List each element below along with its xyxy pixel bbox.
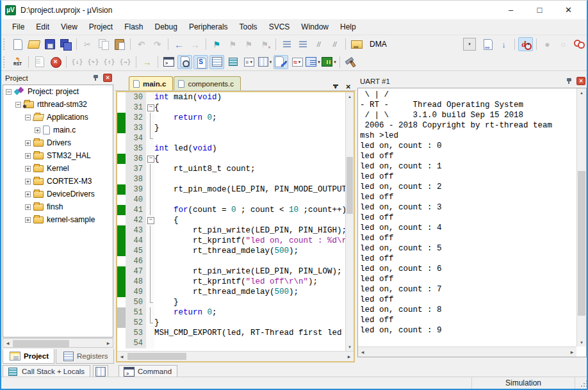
code-line[interactable]: 37 rt_uint8_t count; <box>117 164 345 174</box>
coverage-marker[interactable] <box>117 256 126 266</box>
coverage-marker[interactable] <box>117 184 126 195</box>
scroll-down-icon[interactable]: ▼ <box>346 343 354 351</box>
tree-item-kernel[interactable]: +Kernel <box>3 162 113 175</box>
code-line[interactable]: 45 rt_thread_mdelay(500); <box>117 246 345 256</box>
navigate-forward-button[interactable]: → <box>188 37 202 51</box>
tree-item-devicedrivers[interactable]: +DeviceDrivers <box>3 188 113 200</box>
menu-window[interactable]: Window <box>295 20 334 33</box>
collapse-icon[interactable]: − <box>25 115 31 120</box>
enable-breakpoint-button[interactable]: ○ <box>556 37 571 51</box>
menu-flash[interactable]: Flash <box>118 20 149 33</box>
comment-button[interactable]: // <box>311 37 326 51</box>
tree-item-kernel-sample[interactable]: +kernel-sample <box>3 213 113 226</box>
collapse-icon[interactable]: − <box>6 89 12 95</box>
system-viewer-button[interactable]: ▾ <box>306 55 320 69</box>
tree-item-project-project[interactable]: −Project: project <box>3 85 113 98</box>
uncomment-button[interactable]: // <box>327 37 342 51</box>
run-to-line-button[interactable]: {→} <box>118 55 133 69</box>
code-text[interactable]: { <box>154 215 345 225</box>
code-text[interactable]: rt_thread_mdelay(500); <box>154 246 345 256</box>
uart-hscrollbar[interactable]: ◀ ▶ <box>358 346 576 357</box>
start-stop-debug-button[interactable]: d▾ <box>518 37 533 51</box>
next-bookmark-button[interactable]: ⚑ <box>241 37 256 51</box>
menu-view[interactable]: View <box>55 20 83 33</box>
coverage-marker[interactable] <box>117 338 126 348</box>
tools-button[interactable]: ▾ <box>343 55 358 69</box>
coverage-marker[interactable] <box>117 328 126 338</box>
paste-button[interactable] <box>112 37 127 51</box>
cut-button[interactable]: ✂ <box>80 37 95 51</box>
redo-button[interactable]: ↷ <box>150 37 165 51</box>
coverage-marker[interactable] <box>117 123 126 133</box>
coverage-marker[interactable] <box>117 215 126 225</box>
coverage-marker[interactable] <box>117 113 126 123</box>
close-icon[interactable]: ✕ <box>103 74 112 82</box>
scroll-up-icon[interactable]: ▲ <box>577 88 586 97</box>
tree-item-finsh[interactable]: +finsh <box>3 200 113 213</box>
code-text[interactable]: rt_kprintf("led off\r\n"); <box>154 277 345 287</box>
show-next-statement-button[interactable]: → <box>140 55 154 69</box>
code-text[interactable]: } <box>154 318 345 328</box>
coverage-marker[interactable] <box>117 297 126 307</box>
minimize-button[interactable]: – <box>496 1 525 19</box>
expand-icon[interactable]: + <box>25 204 31 210</box>
watch-windows-button[interactable]: ≡▾ <box>241 55 256 69</box>
code-line[interactable]: 34 <box>117 133 345 143</box>
step-over-button[interactable]: {↷} <box>86 55 101 69</box>
coverage-marker[interactable] <box>117 266 126 277</box>
fold-toggle-icon[interactable] <box>146 102 154 113</box>
close-document-icon[interactable]: ✕ <box>346 83 351 90</box>
step-button[interactable]: {↓} <box>70 55 85 69</box>
clear-bookmarks-button[interactable]: ⚑ <box>257 37 272 51</box>
toolbar-grip[interactable] <box>3 38 7 50</box>
tree-item-main-c[interactable]: +main.c <box>3 124 113 136</box>
code-text[interactable] <box>154 174 345 184</box>
new-file-button[interactable] <box>10 37 25 51</box>
search-combobox-dropdown-icon[interactable]: ▾ <box>463 38 476 51</box>
code-text[interactable]: rt_thread_mdelay(500); <box>154 287 345 297</box>
analysis-windows-button[interactable]: ≈▾ <box>290 55 304 69</box>
menu-debug[interactable]: Debug <box>149 20 183 33</box>
document-list-icon[interactable]: ▼ <box>333 85 338 90</box>
show-trace-button[interactable] <box>32 55 47 69</box>
code-line[interactable]: 40 <box>117 195 345 205</box>
coverage-marker[interactable] <box>117 236 126 246</box>
code-line[interactable]: 43 rt_pin_write(LED_PIN, PIN_HIGH); <box>117 225 345 236</box>
fold-toggle-icon[interactable] <box>146 215 154 225</box>
expand-icon[interactable]: + <box>25 179 31 184</box>
previous-bookmark-button[interactable]: ⚑ <box>225 37 240 51</box>
code-text[interactable]: int led(void) <box>154 143 345 154</box>
code-editor[interactable]: 30int main(void)31{32 return 0;33}3435in… <box>116 91 355 362</box>
uart-vscrollbar[interactable]: ▲ ▼ <box>576 88 586 346</box>
tab-registers[interactable]: Registers <box>56 349 114 364</box>
code-text[interactable]: rt_pin_mode(LED_PIN, PIN_MODE_OUTPUT); <box>154 184 345 195</box>
insert-breakpoint-button[interactable]: ● <box>540 37 555 51</box>
menu-help[interactable]: Help <box>334 20 362 33</box>
find-in-files-doc-button[interactable] <box>480 37 495 51</box>
coverage-marker[interactable] <box>117 102 126 113</box>
code-text[interactable]: MSH_CMD_EXPORT(led, RT-Thread first led … <box>154 328 345 338</box>
toolbox-button[interactable]: ▾ <box>322 55 336 69</box>
tree-item-drivers[interactable]: +Drivers <box>3 136 113 149</box>
scroll-left-icon[interactable]: ◀ <box>358 347 367 357</box>
scrollbar-thumb[interactable] <box>127 353 186 360</box>
coverage-marker[interactable] <box>117 205 126 215</box>
code-lines[interactable]: 30int main(void)31{32 return 0;33}3435in… <box>117 92 345 351</box>
scroll-right-icon[interactable]: ▶ <box>104 339 113 347</box>
code-text[interactable] <box>154 195 345 205</box>
pin-icon[interactable] <box>92 74 99 82</box>
expand-icon[interactable]: + <box>25 191 31 197</box>
menu-tools[interactable]: Tools <box>234 20 263 33</box>
coverage-marker[interactable] <box>117 307 126 318</box>
expand-icon[interactable]: + <box>25 217 31 223</box>
expand-icon[interactable]: + <box>35 127 40 133</box>
scroll-left-icon[interactable]: ◀ <box>3 339 12 347</box>
step-out-button[interactable]: {↑} <box>102 55 117 69</box>
editor-hscrollbar[interactable]: ◀ ▶ <box>117 351 354 361</box>
editor-tab-main-c[interactable]: main.c <box>129 76 173 90</box>
code-line[interactable]: 54 <box>117 338 345 348</box>
call-stack-window-button[interactable] <box>225 55 240 69</box>
code-line[interactable]: 33} <box>117 123 345 133</box>
code-text[interactable] <box>154 133 345 143</box>
expand-icon[interactable]: + <box>25 166 31 172</box>
